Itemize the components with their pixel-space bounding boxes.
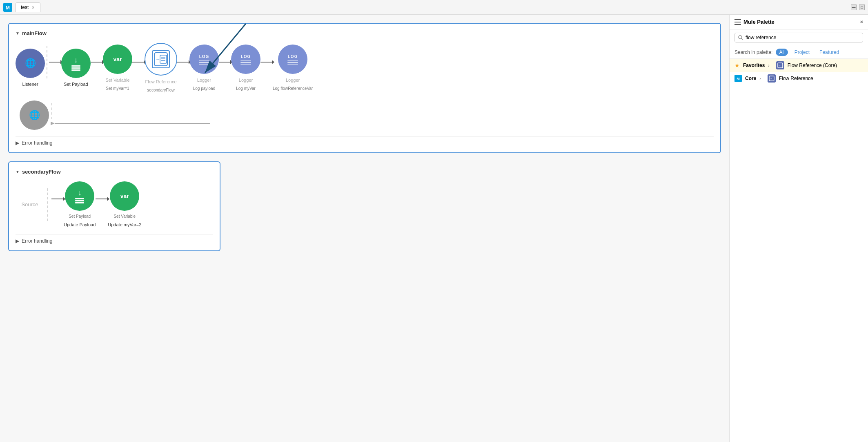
palette-menu-icon xyxy=(734,19,741,25)
secondary-flow-name: secondaryFlow xyxy=(22,169,61,175)
flow-reference-node[interactable]: → Flow Reference secondaryFlow xyxy=(145,43,177,92)
search-icon xyxy=(738,35,743,40)
error-chevron-icon: ▶ xyxy=(16,140,19,146)
globe-icon: 🌐 xyxy=(25,58,36,69)
connector-1 xyxy=(49,62,61,63)
favorites-chevron-icon: › xyxy=(768,63,769,68)
flow-reference-circle: → xyxy=(145,43,177,76)
logger2-sublabel: Log myVar xyxy=(236,86,256,91)
secondary-flow-chevron-icon: ▼ xyxy=(16,170,20,174)
logger1-circle: LOG xyxy=(189,45,219,74)
flow-ref-favorites-icon: → xyxy=(776,61,784,69)
logger1-label: Logger xyxy=(197,77,211,83)
connector-6 xyxy=(260,62,273,63)
palette-title: Mule Palette xyxy=(743,19,775,25)
log2-icon: LOG xyxy=(240,54,251,65)
flow-reference-label: Flow Reference xyxy=(145,79,176,85)
logger1-sublabel: Log payload xyxy=(193,86,216,91)
logger3-node[interactable]: LOG Logger Log flowReferenceVar xyxy=(273,45,313,91)
secondary-error-handling-label: Error handling xyxy=(22,238,52,244)
secondary-error-chevron-icon: ▶ xyxy=(16,238,19,244)
logger2-node[interactable]: LOG Logger Log myVar xyxy=(231,45,260,91)
secondary-source-separator xyxy=(47,188,48,221)
set-variable2-type: Set Variable xyxy=(114,214,136,219)
second-row: 🌐 xyxy=(20,100,714,130)
main-flow-error-handling[interactable]: ▶ Error handling xyxy=(16,136,714,146)
listener-label: Listener xyxy=(22,81,38,87)
palette-filter-bar: Search in palette: All Project Featured xyxy=(730,46,868,59)
svg-text:→: → xyxy=(778,64,781,67)
filter-featured-button[interactable]: Featured xyxy=(816,49,842,56)
set-variable-circle: var xyxy=(103,45,132,74)
set-variable-node[interactable]: var Set Variable Set myVar=1 xyxy=(103,45,132,91)
minimize-button[interactable]: — xyxy=(851,4,857,10)
connector-5 xyxy=(219,62,231,63)
set-payload-node[interactable]: ↓ Set Payload xyxy=(61,49,91,87)
canvas-area: ▼ mainFlow 🌐 Listener xyxy=(0,15,729,442)
main-flow-container: ▼ mainFlow 🌐 Listener xyxy=(8,23,721,153)
core-flow-ref-label: Flow Reference xyxy=(779,76,813,81)
logger3-circle: LOG xyxy=(278,45,307,74)
filter-project-button[interactable]: Project xyxy=(791,49,813,56)
mule-core-logo-icon: M xyxy=(734,75,742,82)
set-variable2-label: Update myVar=2 xyxy=(108,222,141,228)
log-icon: LOG xyxy=(199,54,209,65)
back-arrow-svg xyxy=(51,119,214,127)
secondary-flow-error-handling[interactable]: ▶ Error handling xyxy=(16,234,213,244)
source-separator xyxy=(47,46,47,78)
favorites-section-item[interactable]: ★ Favorites › → Flow Reference (Core) xyxy=(730,59,868,72)
favorites-label: Favorites xyxy=(743,63,765,68)
core-chevron-icon: › xyxy=(759,76,761,81)
connector-2 xyxy=(91,62,103,63)
logger2-circle: LOG xyxy=(231,45,260,74)
listener-node[interactable]: 🌐 Listener xyxy=(16,49,45,87)
set-payload-label: Set Payload xyxy=(64,81,88,87)
set-payload2-node[interactable]: ↓ Set Payload Update Payload xyxy=(64,181,96,228)
title-bar: M test × — □ xyxy=(0,0,868,15)
secondary-connector-1 xyxy=(51,199,64,199)
set-payload2-icon: ↓ xyxy=(75,189,84,203)
secondary-connector-2 xyxy=(96,199,108,199)
svg-rect-12 xyxy=(734,19,741,20)
core-label: Core xyxy=(745,76,756,81)
set-payload-circle: ↓ xyxy=(61,49,91,78)
palette-close-button[interactable]: × xyxy=(860,19,863,25)
main-tab[interactable]: test × xyxy=(16,2,40,12)
maximize-button[interactable]: □ xyxy=(859,4,865,10)
tab-label: test xyxy=(21,4,29,10)
svg-text:→: → xyxy=(770,77,772,80)
back-arrow-section xyxy=(51,103,214,127)
logger3-label: Logger xyxy=(286,77,300,83)
flow-ref-icon: → xyxy=(152,50,170,68)
core-section-item[interactable]: M Core › → Flow Reference xyxy=(730,72,868,85)
logger1-node[interactable]: LOG Logger Log payload xyxy=(189,45,219,91)
svg-point-15 xyxy=(739,36,742,39)
svg-rect-14 xyxy=(734,24,741,25)
set-payload-icon: ↓ xyxy=(71,56,80,71)
set-payload2-circle: ↓ xyxy=(65,181,94,211)
set-variable2-node[interactable]: var Set Variable Update myVar=2 xyxy=(108,181,141,228)
search-input[interactable] xyxy=(746,35,859,40)
gray-globe-circle: 🌐 xyxy=(20,100,49,130)
svg-text:M: M xyxy=(6,5,10,11)
svg-rect-6 xyxy=(160,55,167,63)
svg-text:M: M xyxy=(737,77,740,81)
svg-line-16 xyxy=(741,38,743,40)
set-variable-sublabel: Set myVar=1 xyxy=(106,86,129,91)
var2-icon: var xyxy=(120,193,129,199)
set-payload2-type: Set Payload xyxy=(69,214,91,219)
flow-reference-sublabel: secondaryFlow xyxy=(147,88,174,92)
logger3-sublabel: Log flowReferenceVar xyxy=(273,86,313,91)
logger2-label: Logger xyxy=(239,77,253,83)
app-logo: M xyxy=(3,3,12,12)
filter-all-button[interactable]: All xyxy=(776,49,788,56)
connector-3 xyxy=(132,62,145,63)
log3-icon: LOG xyxy=(287,54,298,65)
svg-text:→: → xyxy=(156,56,160,62)
palette-header: Mule Palette × xyxy=(730,15,868,29)
gray-globe-node: 🌐 xyxy=(20,100,49,130)
gray-globe-icon: 🌐 xyxy=(29,110,40,121)
connector-4 xyxy=(177,62,189,63)
tab-close-button[interactable]: × xyxy=(31,5,35,10)
svg-rect-13 xyxy=(734,22,741,22)
